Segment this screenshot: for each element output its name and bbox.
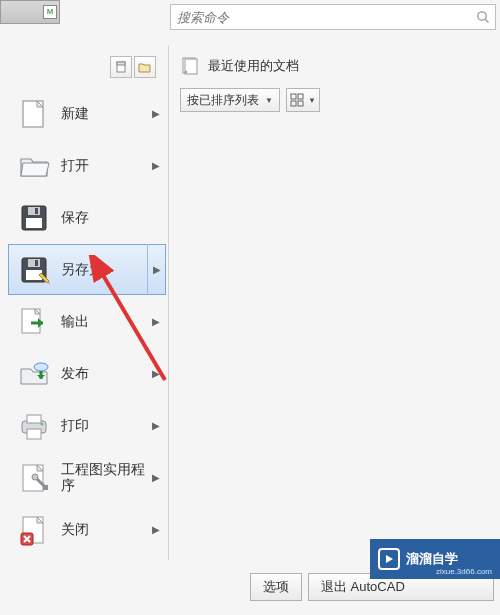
view-mode-dropdown[interactable]: ▼ xyxy=(286,88,320,112)
svg-point-0 xyxy=(478,12,486,20)
menu-label: 关闭 xyxy=(61,521,147,539)
options-button[interactable]: 选项 xyxy=(250,573,302,601)
svg-rect-9 xyxy=(35,208,38,214)
recent-documents-header: 最近使用的文档 xyxy=(180,56,494,76)
submenu-arrow-icon: ▶ xyxy=(147,348,165,399)
svg-point-23 xyxy=(32,474,38,480)
svg-rect-32 xyxy=(298,94,303,99)
print-icon xyxy=(15,407,53,445)
menu-drawing-utilities[interactable]: 工程图实用程序 ▶ xyxy=(8,452,166,503)
menu-open[interactable]: 打开 ▶ xyxy=(8,140,166,191)
new-document-icon xyxy=(15,95,53,133)
menu-close[interactable]: 关闭 ▶ xyxy=(8,504,166,555)
exit-label: 退出 AutoCAD xyxy=(321,578,405,596)
grid-view-icon xyxy=(290,93,304,107)
drawing-utilities-icon xyxy=(15,459,53,497)
menu-label: 另存为 xyxy=(61,261,147,279)
save-as-icon xyxy=(15,251,53,289)
submenu-arrow-icon: ▶ xyxy=(147,296,165,347)
menu-save-as[interactable]: 另存为 ▶ xyxy=(8,244,166,295)
menu-label: 打开 xyxy=(61,157,147,175)
submenu-arrow-icon: ▶ xyxy=(147,244,165,295)
submenu-arrow-icon: ▶ xyxy=(147,140,165,191)
menu-print[interactable]: 打印 ▶ xyxy=(8,400,166,451)
app-menu: 新建 ▶ 打开 ▶ 保存 另存为 ▶ 输出 ▶ 发布 ▶ xyxy=(8,88,166,556)
open-folder-icon xyxy=(15,147,53,185)
menu-label: 输出 xyxy=(61,313,147,331)
svg-point-20 xyxy=(41,422,44,425)
publish-icon xyxy=(15,355,53,393)
submenu-arrow-icon: ▶ xyxy=(147,452,165,503)
submenu-arrow-icon: ▶ xyxy=(147,88,165,139)
pin-document-button[interactable] xyxy=(110,56,132,78)
chevron-down-icon: ▼ xyxy=(308,96,316,105)
recent-documents-icon xyxy=(180,56,200,76)
menu-label: 发布 xyxy=(61,365,147,383)
window-titlebar-fragment: M xyxy=(0,0,60,24)
submenu-arrow-icon: ▶ xyxy=(147,504,165,555)
options-label: 选项 xyxy=(263,578,289,596)
search-input[interactable] xyxy=(171,10,471,25)
quick-access-icons xyxy=(110,56,156,78)
svg-rect-13 xyxy=(35,260,38,266)
svg-rect-3 xyxy=(117,62,125,65)
svg-rect-31 xyxy=(291,94,296,99)
watermark-title: 溜溜自学 xyxy=(406,550,458,568)
menu-export[interactable]: 输出 ▶ xyxy=(8,296,166,347)
chevron-down-icon: ▼ xyxy=(265,96,273,105)
watermark-subtitle: zixue.3d66.com xyxy=(436,567,492,576)
sort-controls: 按已排序列表 ▼ ▼ xyxy=(180,88,494,112)
svg-rect-8 xyxy=(28,207,40,215)
menu-label: 新建 xyxy=(61,105,147,123)
export-icon xyxy=(15,303,53,341)
m-indicator: M xyxy=(43,5,57,19)
search-icon[interactable] xyxy=(471,5,495,29)
recent-documents-panel: 最近使用的文档 按已排序列表 ▼ ▼ xyxy=(180,56,494,112)
menu-label: 打印 xyxy=(61,417,147,435)
menu-save[interactable]: 保存 xyxy=(8,192,166,243)
svg-rect-12 xyxy=(28,259,40,267)
svg-rect-7 xyxy=(26,218,42,228)
menu-label: 工程图实用程序 xyxy=(61,462,147,493)
search-bar[interactable] xyxy=(170,4,496,30)
watermark-badge: 溜溜自学 zixue.3d66.com xyxy=(370,539,500,579)
sort-dropdown[interactable]: 按已排序列表 ▼ xyxy=(180,88,280,112)
svg-point-16 xyxy=(34,363,48,371)
open-folder-button[interactable] xyxy=(134,56,156,78)
svg-rect-19 xyxy=(27,429,41,439)
svg-rect-33 xyxy=(291,101,296,106)
svg-rect-34 xyxy=(298,101,303,106)
play-icon xyxy=(378,548,400,570)
menu-label: 保存 xyxy=(61,209,147,227)
recent-documents-label: 最近使用的文档 xyxy=(208,57,299,75)
panel-divider xyxy=(168,46,169,560)
svg-point-30 xyxy=(185,71,188,74)
menu-publish[interactable]: 发布 ▶ xyxy=(8,348,166,399)
svg-line-1 xyxy=(485,19,488,22)
menu-new[interactable]: 新建 ▶ xyxy=(8,88,166,139)
svg-rect-18 xyxy=(27,415,41,423)
submenu-arrow-icon xyxy=(147,192,165,243)
submenu-arrow-icon: ▶ xyxy=(147,400,165,451)
svg-rect-24 xyxy=(43,485,48,490)
close-document-icon xyxy=(15,511,53,549)
save-icon xyxy=(15,199,53,237)
sort-label: 按已排序列表 xyxy=(187,92,259,109)
